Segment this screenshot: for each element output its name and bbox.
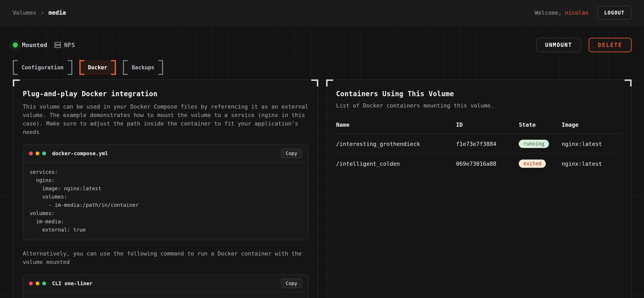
driver-type-label: NFS — [64, 41, 75, 48]
compose-code-header: docker-compose.yml Copy — [23, 145, 308, 162]
container-name: /interesting_grothendieck — [336, 134, 456, 154]
page-content: Mounted NFS UNMOUNT DELETE Configuration… — [0, 26, 644, 298]
container-image: nginx:latest — [562, 134, 622, 154]
cli-copy-button[interactable]: Copy — [281, 279, 302, 288]
container-id: 069e73016a88 — [456, 154, 519, 173]
delete-button[interactable]: DELETE — [588, 38, 632, 52]
tab-configuration[interactable]: Configuration — [13, 60, 72, 75]
username: nicolas — [565, 9, 588, 16]
panel-corner-icon — [311, 79, 318, 86]
tab-bar: Configuration Docker Backups — [13, 60, 632, 75]
panel-corner-icon — [624, 79, 632, 86]
containers-table-header-row: Name ID State Image — [336, 122, 622, 134]
mounted-status-label: Mounted — [22, 41, 47, 48]
breadcrumb-volumes-link[interactable]: Volumes — [13, 9, 36, 16]
column-header-image: Image — [562, 122, 622, 134]
cli-code-block: CLI one-liner Copy docker run -v im-medi… — [23, 275, 308, 298]
containers-panel: Containers Using This Volume List of Doc… — [326, 79, 632, 298]
unmount-button[interactable]: UNMOUNT — [536, 38, 582, 52]
container-id: f1e73e7f3884 — [456, 134, 519, 154]
server-icon — [54, 41, 61, 48]
container-state-badge: running — [519, 140, 549, 148]
topbar: Volumes > media Welcome, nicolas LOGOUT — [0, 0, 644, 26]
column-header-id: ID — [456, 122, 519, 134]
compose-code-block: docker-compose.yml Copy services: nginx:… — [23, 145, 308, 240]
traffic-light-green-icon — [42, 282, 46, 286]
traffic-light-red-icon — [29, 282, 33, 286]
traffic-light-red-icon — [29, 151, 33, 155]
traffic-light-amber-icon — [36, 282, 40, 286]
docker-panel-description: This volume can be used in your Docker C… — [23, 102, 308, 136]
mounted-status-dot-icon — [13, 42, 18, 47]
column-header-name: Name — [336, 122, 456, 134]
breadcrumb-current-volume: media — [48, 9, 66, 16]
containers-panel-subtitle: List of Docker containers mounting this … — [336, 102, 622, 109]
docker-integration-panel: Plug-and-play Docker integration This vo… — [13, 79, 318, 298]
tab-backups[interactable]: Backups — [123, 60, 163, 75]
panels-grid: Plug-and-play Docker integration This vo… — [13, 79, 632, 288]
containers-panel-title: Containers Using This Volume — [336, 90, 622, 98]
breadcrumb: Volumes > media — [13, 9, 66, 16]
traffic-light-green-icon — [42, 151, 46, 155]
app-root: Volumes > media Welcome, nicolas LOGOUT … — [0, 0, 644, 298]
tab-docker[interactable]: Docker — [79, 60, 116, 75]
docker-panel-title: Plug-and-play Docker integration — [23, 90, 308, 98]
column-header-state: State — [519, 122, 562, 134]
container-table-row: /intelligent_colden 069e73016a88 exited … — [336, 154, 622, 173]
volume-status-group: Mounted NFS — [13, 41, 75, 48]
volume-actions-group: UNMOUNT DELETE — [536, 38, 632, 52]
containers-table: Name ID State Image /interesting_grothen… — [336, 122, 622, 173]
container-image: nginx:latest — [562, 154, 622, 173]
cli-code-content: docker run -v im-media:/path/in/containe… — [23, 292, 308, 298]
cli-filename: CLI one-liner — [52, 281, 92, 287]
panel-corner-icon — [13, 79, 20, 86]
compose-filename: docker-compose.yml — [52, 150, 108, 156]
cli-code-header: CLI one-liner Copy — [23, 275, 308, 292]
traffic-light-amber-icon — [36, 151, 40, 155]
breadcrumb-separator-icon: > — [41, 10, 44, 16]
container-state-badge: exited — [519, 159, 546, 168]
container-name: /intelligent_colden — [336, 154, 456, 173]
compose-code-content: services: nginx: image: nginx:latest vol… — [23, 162, 308, 240]
panel-corner-icon — [326, 79, 333, 86]
status-actions-row: Mounted NFS UNMOUNT DELETE — [13, 38, 632, 52]
welcome-prefix: Welcome, — [535, 9, 562, 16]
cli-intro-text: Alternatively, you can use the following… — [23, 249, 308, 266]
logout-button[interactable]: LOGOUT — [598, 6, 631, 20]
container-table-row: /interesting_grothendieck f1e73e7f3884 r… — [336, 134, 622, 154]
topbar-right: Welcome, nicolas LOGOUT — [535, 6, 631, 20]
compose-copy-button[interactable]: Copy — [281, 149, 302, 158]
welcome-text: Welcome, nicolas — [535, 9, 588, 16]
